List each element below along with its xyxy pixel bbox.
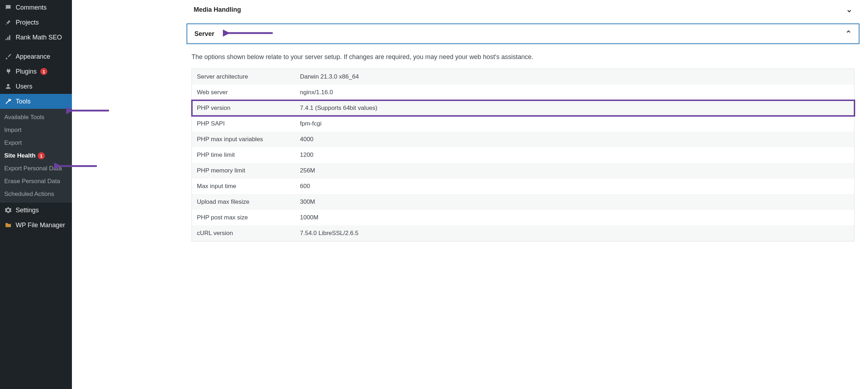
info-value: Darwin 21.3.0 x86_64 bbox=[295, 69, 854, 85]
panel-server: Server ⌃ bbox=[187, 23, 859, 44]
info-value: fpm-fcgi bbox=[295, 116, 854, 132]
table-row: cURL version7.54.0 LibreSSL/2.6.5 bbox=[192, 225, 854, 241]
plugins-badge: 1 bbox=[40, 68, 47, 75]
table-row: Server architectureDarwin 21.3.0 x86_64 bbox=[192, 69, 854, 85]
info-key: cURL version bbox=[192, 225, 295, 241]
sidebar-item-label: Plugins bbox=[16, 68, 37, 75]
table-row: PHP SAPIfpm-fcgi bbox=[192, 116, 854, 132]
submenu-site-health[interactable]: Site Health 1 bbox=[0, 149, 72, 162]
submenu-export[interactable]: Export bbox=[0, 137, 72, 149]
info-value: 4000 bbox=[295, 132, 854, 147]
sidebar-item-projects[interactable]: Projects bbox=[0, 15, 72, 30]
sidebar-item-label: Settings bbox=[16, 207, 39, 214]
info-value: 7.4.1 (Supports 64bit values) bbox=[295, 100, 854, 116]
table-row: PHP version7.4.1 (Supports 64bit values) bbox=[192, 100, 854, 116]
submenu-erase-personal[interactable]: Erase Personal Data bbox=[0, 175, 72, 188]
folder-icon bbox=[4, 221, 12, 229]
info-key: PHP max input variables bbox=[192, 132, 295, 147]
info-value: 7.54.0 LibreSSL/2.6.5 bbox=[295, 225, 854, 241]
chevron-up-icon: ⌃ bbox=[845, 29, 852, 38]
submenu-scheduled-actions[interactable]: Scheduled Actions bbox=[0, 188, 72, 201]
sidebar-item-wpfilemanager[interactable]: WP File Manager bbox=[0, 218, 72, 233]
brush-icon bbox=[4, 53, 12, 60]
panel-body-server: The options shown below relate to your s… bbox=[182, 44, 864, 251]
comment-icon bbox=[4, 4, 12, 11]
panel-title: Media Handling bbox=[194, 6, 241, 14]
sidebar-item-label: Rank Math SEO bbox=[16, 34, 62, 41]
panel-title: Server bbox=[194, 30, 214, 38]
sidebar-item-label: WP File Manager bbox=[16, 222, 65, 229]
info-key: PHP post max size bbox=[192, 210, 295, 225]
panel-header-media[interactable]: Media Handling ⌄ bbox=[187, 0, 859, 19]
site-health-badge: 1 bbox=[38, 152, 45, 159]
info-key: PHP time limit bbox=[192, 147, 295, 163]
submenu-import[interactable]: Import bbox=[0, 124, 72, 137]
sidebar-item-rankmath[interactable]: Rank Math SEO bbox=[0, 30, 72, 45]
info-key: Upload max filesize bbox=[192, 194, 295, 210]
panel-header-server[interactable]: Server ⌃ bbox=[187, 24, 859, 43]
sidebar-item-users[interactable]: Users bbox=[0, 79, 72, 94]
pin-icon bbox=[4, 18, 12, 26]
table-row: Web servernginx/1.16.0 bbox=[192, 85, 854, 100]
info-value: 1000M bbox=[295, 210, 854, 225]
info-value: 300M bbox=[295, 194, 854, 210]
table-row: PHP memory limit256M bbox=[192, 163, 854, 178]
submenu-export-personal[interactable]: Export Personal Data bbox=[0, 162, 72, 175]
sidebar-item-label: Users bbox=[16, 83, 32, 90]
sidebar-item-tools[interactable]: Tools bbox=[0, 94, 72, 109]
settings-icon bbox=[4, 206, 12, 214]
chevron-down-icon: ⌄ bbox=[846, 5, 852, 14]
table-row: PHP post max size1000M bbox=[192, 210, 854, 225]
info-key: PHP version bbox=[192, 100, 295, 116]
info-key: Web server bbox=[192, 85, 295, 100]
info-value: 600 bbox=[295, 178, 854, 194]
chart-icon bbox=[4, 33, 12, 41]
plug-icon bbox=[4, 68, 12, 75]
sidebar-item-label: Comments bbox=[16, 4, 47, 11]
user-icon bbox=[4, 82, 12, 90]
table-row: PHP max input variables4000 bbox=[192, 132, 854, 147]
table-row: Upload max filesize300M bbox=[192, 194, 854, 210]
submenu-available-tools[interactable]: Available Tools bbox=[0, 111, 72, 124]
wrench-icon bbox=[4, 97, 12, 105]
server-description: The options shown below relate to your s… bbox=[192, 53, 854, 61]
sidebar-item-label: Appearance bbox=[16, 53, 50, 60]
admin-sidebar: Comments Projects Rank Math SEO Appearan… bbox=[0, 0, 72, 389]
server-info-table: Server architectureDarwin 21.3.0 x86_64W… bbox=[192, 69, 854, 241]
info-key: Server architecture bbox=[192, 69, 295, 85]
panel-media-handling: Media Handling ⌄ bbox=[187, 0, 859, 19]
info-value: 256M bbox=[295, 163, 854, 178]
tools-submenu: Available Tools Import Export Site Healt… bbox=[0, 109, 72, 203]
info-value: nginx/1.16.0 bbox=[295, 85, 854, 100]
sidebar-item-label: Tools bbox=[16, 98, 31, 105]
info-key: PHP memory limit bbox=[192, 163, 295, 178]
table-row: PHP time limit1200 bbox=[192, 147, 854, 163]
info-value: 1200 bbox=[295, 147, 854, 163]
sidebar-item-settings[interactable]: Settings bbox=[0, 203, 72, 218]
main-content: Media Handling ⌄ Server ⌃ The options sh… bbox=[72, 0, 868, 389]
sidebar-item-appearance[interactable]: Appearance bbox=[0, 49, 72, 64]
table-row: Max input time600 bbox=[192, 178, 854, 194]
sidebar-item-comments[interactable]: Comments bbox=[0, 0, 72, 15]
sidebar-item-plugins[interactable]: Plugins 1 bbox=[0, 64, 72, 79]
info-key: Max input time bbox=[192, 178, 295, 194]
info-key: PHP SAPI bbox=[192, 116, 295, 132]
sidebar-item-label: Projects bbox=[16, 19, 39, 26]
